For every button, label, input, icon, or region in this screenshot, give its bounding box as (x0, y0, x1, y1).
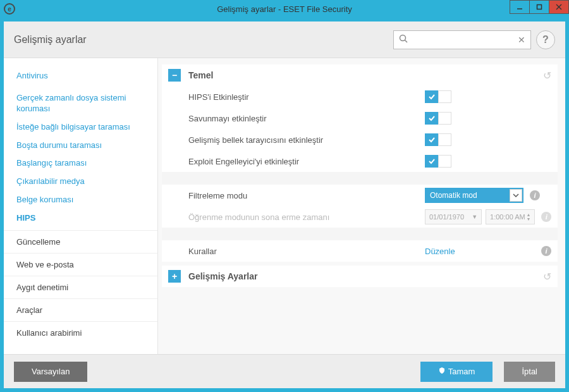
section-basic: − Temel ↺ HIPS'i Etkinleştir (162, 64, 558, 262)
chevron-down-icon (510, 189, 522, 202)
date-learn-expire: 01/01/1970 ▼ (425, 209, 482, 224)
page-title: Gelişmiş ayarlar (14, 34, 87, 46)
select-filter-mode[interactable]: Otomatik mod (425, 188, 523, 203)
check-icon (425, 155, 438, 168)
sidebar-item-hips[interactable]: HIPS (4, 209, 157, 228)
toggle-adv-mem[interactable] (425, 133, 451, 146)
label-filter-mode: Filtreleme modu (188, 191, 425, 200)
sidebar-item-ondemand[interactable]: İsteğe bağlı bilgisayar taraması (4, 118, 157, 137)
dropdown-icon: ▼ (472, 214, 477, 220)
check-icon (425, 112, 438, 125)
search-box[interactable]: ✕ (393, 30, 531, 49)
svg-line-5 (405, 40, 408, 43)
footer: Varsayılan Tamam İptal (4, 354, 565, 388)
sidebar-item-device[interactable]: Aygıt denetimi (4, 276, 157, 298)
shield-icon (438, 367, 446, 376)
collapse-basic-button[interactable]: − (168, 69, 181, 82)
link-rules-edit[interactable]: Düzenle (425, 247, 455, 256)
content-panel: − Temel ↺ HIPS'i Etkinleştir (158, 58, 565, 354)
label-hips-enable: HIPS'i Etkinleştir (188, 92, 425, 102)
check-icon (425, 90, 438, 103)
toggle-exploit[interactable] (425, 155, 451, 168)
cancel-button[interactable]: İptal (504, 362, 555, 382)
revert-basic-icon[interactable]: ↺ (543, 70, 551, 82)
sidebar: Antivirus Gerçek zamanlı dosya sistemi k… (4, 58, 158, 354)
label-learn-expire: Öğrenme modunun sona erme zamanı (188, 212, 425, 222)
check-icon (425, 133, 438, 146)
sidebar-item-web[interactable]: Web ve e-posta (4, 253, 157, 276)
sidebar-item-antivirus[interactable]: Antivirus (4, 67, 157, 85)
expand-advanced-button[interactable]: + (168, 270, 181, 283)
default-button[interactable]: Varsayılan (14, 362, 87, 382)
sidebar-item-ui[interactable]: Kullanıcı arabirimi (4, 321, 157, 344)
maximize-button[interactable] (529, 0, 549, 14)
search-input[interactable] (412, 35, 518, 44)
revert-advanced-icon[interactable]: ↺ (543, 271, 551, 283)
help-button[interactable]: ? (536, 30, 555, 49)
label-exploit: Exploit Engelleyici'yi etkinleştir (188, 157, 425, 166)
section-advanced: + Gelişmiş Ayarlar ↺ (162, 266, 558, 287)
close-button[interactable] (549, 0, 569, 14)
titlebar: e Gelişmiş ayarlar - ESET File Security (0, 0, 569, 18)
sidebar-item-update[interactable]: Güncelleme (4, 230, 157, 253)
toggle-hips-enable[interactable] (425, 90, 451, 103)
sidebar-item-removable[interactable]: Çıkarılabilir medya (4, 173, 157, 191)
window-frame: e Gelişmiş ayarlar - ESET File Security … (0, 0, 569, 392)
minimize-button[interactable] (510, 0, 530, 14)
app-icon: e (4, 3, 15, 15)
select-filter-mode-value: Otomatik mod (430, 191, 477, 200)
window-title: Gelişmiş ayarlar - ESET File Security (217, 4, 352, 14)
time-learn-expire: 1:00:00 AM ▲▼ (486, 209, 535, 224)
spinner-icon: ▲▼ (526, 212, 530, 221)
section-advanced-title: Gelişmiş Ayarlar (188, 271, 257, 281)
svg-point-4 (400, 35, 406, 41)
toggle-self-defense[interactable] (425, 112, 451, 125)
search-icon (399, 34, 408, 45)
info-learn-expire-icon: i (541, 212, 551, 222)
svg-rect-1 (537, 5, 542, 9)
label-self-defense: Savunmayı etkinleştir (188, 114, 425, 123)
sidebar-item-tools[interactable]: Araçlar (4, 298, 157, 321)
clear-search-icon[interactable]: ✕ (518, 35, 525, 45)
sidebar-item-document[interactable]: Belge koruması (4, 191, 157, 209)
label-rules: Kurallar (188, 247, 425, 256)
section-basic-title: Temel (188, 70, 213, 80)
ok-button[interactable]: Tamam (420, 362, 493, 382)
info-rules-icon[interactable]: i (541, 246, 551, 256)
info-filter-mode-icon[interactable]: i (530, 190, 540, 200)
sidebar-item-idle[interactable]: Boşta durumu taraması (4, 137, 157, 155)
sidebar-item-realtime[interactable]: Gerçek zamanlı dosya sistemi koruması (4, 89, 157, 118)
label-adv-mem: Gelişmiş bellek tarayıcısını etkinleştir (188, 135, 425, 145)
sidebar-item-startup[interactable]: Başlangıç taraması (4, 154, 157, 173)
header: Gelişmiş ayarlar ✕ ? (4, 21, 565, 58)
